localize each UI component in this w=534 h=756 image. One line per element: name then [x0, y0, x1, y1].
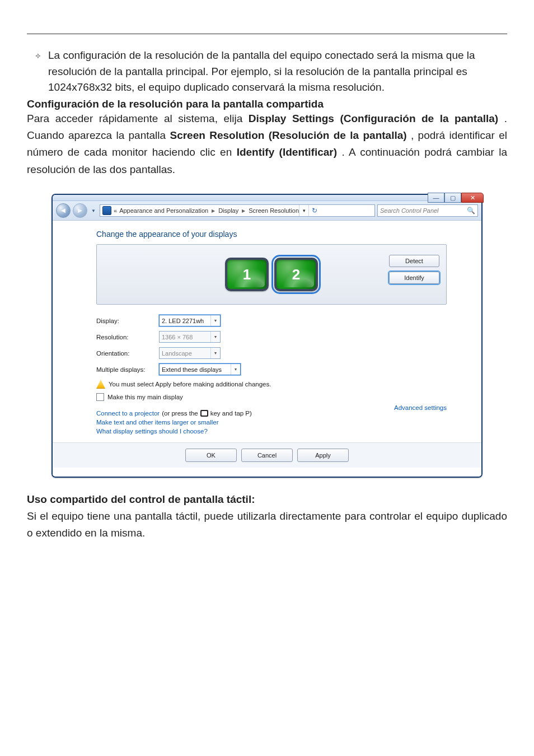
cancel-button[interactable]: Cancel: [241, 449, 293, 462]
window-content: Change the appearance of your displays 1…: [53, 221, 481, 477]
bullet-item: ✧ La configuración de la resolución de l…: [35, 48, 507, 96]
bullet-text: La configuración de la resolución de la …: [48, 48, 507, 96]
chevron-down-icon: ▾: [210, 348, 220, 358]
search-placeholder: Search Control Panel: [380, 207, 439, 214]
orientation-label: Orientation:: [96, 350, 159, 357]
warning-text: You must select Apply before making addi…: [109, 381, 271, 388]
search-icon: 🔍: [467, 207, 475, 214]
breadcrumb-prefix: «: [114, 207, 117, 214]
section-heading: Uso compartido del control de pantalla t…: [27, 493, 507, 506]
breadcrumb-seg[interactable]: Appearance and Personalization: [119, 207, 208, 214]
link-text: What display settings should I choose?: [96, 428, 208, 435]
term-identify: Identify (Identificar): [237, 146, 337, 158]
button-bar: OK Cancel Apply: [53, 442, 481, 468]
monitor-number: 1: [243, 266, 251, 283]
nav-forward-button[interactable]: ►: [73, 203, 87, 218]
breadcrumb-sep-icon: ▶: [212, 208, 215, 213]
text-size-link[interactable]: Make text and other items larger or smal…: [96, 419, 447, 426]
apply-button[interactable]: Apply: [297, 449, 349, 462]
which-settings-link[interactable]: What display settings should I choose?: [96, 428, 447, 435]
chevron-down-icon: ▾: [231, 364, 240, 375]
orientation-value: Landscape: [162, 350, 192, 357]
display-arrangement-box[interactable]: 1 2 Detect Identify: [96, 244, 447, 305]
breadcrumb-seg[interactable]: Display: [218, 207, 238, 214]
link-text: key and tap P): [210, 410, 252, 417]
diamond-bullet-icon: ✧: [35, 50, 41, 96]
chevron-down-icon: ▾: [210, 332, 220, 342]
display-row: Display: 2. LED 2271wh ▾: [96, 315, 447, 326]
resolution-value: 1366 × 768: [162, 334, 193, 340]
term-screen-resolution: Screen Resolution (Resolución de la pant…: [170, 129, 406, 141]
control-panel-icon: [102, 206, 111, 215]
link-text: Connect to a projector: [96, 410, 160, 417]
touch-paragraph: Si el equipo tiene una pantalla táctil, …: [27, 508, 507, 542]
title-bar: [53, 195, 481, 201]
advanced-settings-link[interactable]: Advanced settings: [394, 404, 447, 411]
screen-resolution-window: — ▢ ✕ ◄ ► ▼ « Appearance and Personaliza…: [51, 194, 483, 478]
make-main-label: Make this my main display: [107, 394, 183, 400]
identify-button[interactable]: Identify: [389, 272, 439, 284]
resolution-row: Resolution: 1366 × 768 ▾: [96, 331, 447, 343]
orientation-row: Orientation: Landscape ▾: [96, 347, 447, 359]
window-caption-buttons: — ▢ ✕: [428, 193, 484, 203]
nav-back-button[interactable]: ◄: [56, 203, 71, 218]
monitor-number: 2: [292, 266, 300, 283]
display-value: 2. LED 2271wh: [162, 318, 204, 324]
breadcrumb-sep-icon: ▶: [242, 208, 245, 213]
make-main-checkbox[interactable]: [96, 393, 104, 401]
apply-warning: You must select Apply before making addi…: [96, 380, 447, 389]
chevron-down-icon: ▾: [210, 315, 220, 326]
minimize-button[interactable]: —: [428, 193, 444, 203]
resolution-select[interactable]: 1366 × 768 ▾: [159, 331, 221, 343]
section-heading: Configuración de la resolución para la p…: [27, 98, 507, 110]
maximize-button[interactable]: ▢: [444, 193, 461, 203]
display-label: Display:: [96, 318, 159, 324]
multiple-displays-label: Multiple displays:: [96, 366, 159, 373]
resolution-label: Resolution:: [96, 334, 159, 340]
close-button[interactable]: ✕: [461, 193, 484, 203]
page-top-rule: [27, 34, 507, 34]
multiple-displays-row: Multiple displays: Extend these displays…: [96, 363, 447, 375]
address-bar: ◄ ► ▼ « Appearance and Personalization ▶…: [53, 201, 481, 221]
term-display-settings: Display Settings (Configuración de la pa…: [249, 113, 498, 124]
link-text: (or press the: [162, 410, 198, 417]
windows-key-icon: [200, 410, 208, 417]
multiple-displays-value: Extend these displays: [162, 366, 222, 373]
detect-button[interactable]: Detect: [389, 255, 439, 267]
nav-history-dropdown[interactable]: ▼: [90, 204, 97, 217]
intro-paragraph: Para acceder rápidamente al sistema, eli…: [27, 110, 507, 179]
para-text: Para acceder rápidamente al sistema, eli…: [27, 113, 249, 124]
monitor-1[interactable]: 1: [225, 258, 269, 291]
make-main-row: Make this my main display: [96, 393, 447, 401]
content-heading: Change the appearance of your displays: [96, 230, 447, 239]
orientation-select[interactable]: Landscape ▾: [159, 347, 221, 359]
refresh-icon[interactable]: ↻: [308, 205, 320, 216]
breadcrumb-dropdown[interactable]: ▾: [299, 205, 308, 216]
ok-button[interactable]: OK: [185, 449, 237, 462]
search-input[interactable]: Search Control Panel 🔍: [377, 204, 478, 217]
warning-icon: [96, 380, 105, 389]
display-select[interactable]: 2. LED 2271wh ▾: [159, 315, 221, 326]
link-text: Make text and other items larger or smal…: [96, 419, 219, 426]
multiple-displays-select[interactable]: Extend these displays ▾: [159, 363, 241, 375]
breadcrumb-seg[interactable]: Screen Resolution: [249, 207, 299, 214]
breadcrumb-bar[interactable]: « Appearance and Personalization ▶ Displ…: [100, 204, 375, 217]
monitor-2[interactable]: 2: [274, 258, 318, 291]
